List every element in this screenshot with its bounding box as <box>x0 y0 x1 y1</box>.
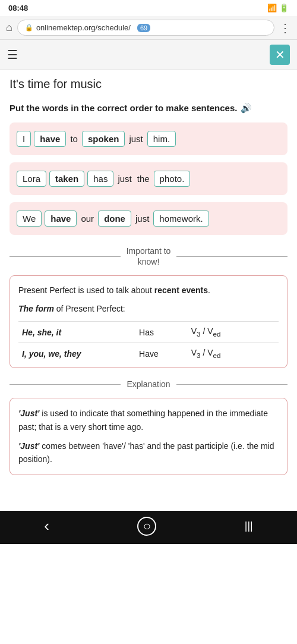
sentence-card-1: I have to spoken just him. <box>10 122 287 155</box>
recents-button[interactable]: ||| <box>245 520 253 532</box>
info-form-label: The form of Present Perfect: <box>18 303 279 315</box>
explanation-text-1: is used to indicate that something happe… <box>18 409 268 431</box>
table-row: I, you, we, they Have V3 / Ved <box>18 343 279 364</box>
explanation-divider: Explanation <box>10 379 287 389</box>
close-button[interactable]: ✕ <box>270 45 290 65</box>
signal-icon: 📶 <box>267 4 277 12</box>
divider-text: Important toknow! <box>127 246 171 267</box>
word-plain: to <box>69 131 79 146</box>
browser-bar: ⌂ 🔒 onlinemektep.org/schedule/ 69 ⋮ <box>0 16 297 40</box>
url-text: onlinemektep.org/schedule/ <box>36 23 131 32</box>
explanation-para-2: 'Just' comes between 'have'/ 'has' and t… <box>18 439 279 466</box>
instruction: Put the words in the correct order to ma… <box>10 102 287 114</box>
url-bar[interactable]: 🔒 onlinemektep.org/schedule/ 69 <box>17 20 274 36</box>
word-plain: our <box>80 211 95 226</box>
explanation-label: Explanation <box>127 379 170 389</box>
main-content: It's time for music Put the words in the… <box>0 70 297 487</box>
word-plain: just <box>128 131 144 146</box>
sentence-card-2: Lora taken has just the photo. <box>10 162 287 195</box>
menu-icon[interactable]: ☰ <box>7 48 18 62</box>
word-plain: the <box>136 171 151 186</box>
word-token[interactable]: I <box>17 131 31 147</box>
explanation-para-1: 'Just' is used to indicate that somethin… <box>18 407 279 433</box>
battery-icon: 🔋 <box>279 4 289 12</box>
word-token[interactable]: taken <box>49 171 84 187</box>
status-icons: 📶 🔋 <box>267 4 289 12</box>
divider-line-right <box>176 256 287 257</box>
word-token[interactable]: homework. <box>153 211 208 227</box>
explanation-text-2: comes between 'have'/ 'has' and the past… <box>18 441 274 464</box>
word-token[interactable]: Lora <box>17 171 46 187</box>
sentence-card-3: We have our done just homework. <box>10 202 287 235</box>
form-cell: V3 / Ved <box>188 322 279 343</box>
subject-cell: He, she, it <box>18 322 135 343</box>
word-plain: just <box>134 211 150 226</box>
word-token[interactable]: photo. <box>154 171 191 187</box>
form-cell: V3 / Ved <box>188 343 279 364</box>
word-token[interactable]: spoken <box>82 131 125 147</box>
divider-line-right <box>176 384 287 385</box>
subject-cell: I, you, we, they <box>18 343 135 364</box>
verb-cell: Has <box>135 322 188 343</box>
just-label-1: 'Just' <box>18 409 39 418</box>
bottom-nav: ‹ ○ ||| <box>0 511 297 544</box>
divider-line-left <box>10 256 121 257</box>
tab-count-badge[interactable]: 69 <box>137 24 150 32</box>
home-icon[interactable]: ⌂ <box>6 21 12 34</box>
home-button[interactable]: ○ <box>137 517 156 536</box>
lock-icon: 🔒 <box>25 24 33 32</box>
word-token[interactable]: has <box>87 171 113 187</box>
word-token[interactable]: We <box>17 211 42 227</box>
status-time: 08:48 <box>8 4 28 12</box>
more-options-icon[interactable]: ⋮ <box>279 21 291 35</box>
grammar-table: He, she, it Has V3 / Ved I, you, we, the… <box>18 321 279 364</box>
info-box: Present Perfect is used to talk about re… <box>10 275 287 368</box>
word-token[interactable]: him. <box>147 131 176 147</box>
important-divider: Important toknow! <box>10 246 287 267</box>
bold-text: recent events <box>154 285 208 295</box>
table-row: He, she, it Has V3 / Ved <box>18 322 279 343</box>
verb-cell: Have <box>135 343 188 364</box>
just-label-2: 'Just' <box>18 441 39 451</box>
word-plain: just <box>116 171 132 186</box>
word-token[interactable]: have <box>34 131 66 147</box>
speaker-icon[interactable]: 🔊 <box>241 102 252 114</box>
divider-line-left <box>10 384 121 385</box>
explanation-box: 'Just' is used to indicate that somethin… <box>10 398 287 475</box>
word-token[interactable]: done <box>98 211 131 227</box>
status-bar: 08:48 📶 🔋 <box>0 0 297 16</box>
word-token[interactable]: have <box>45 211 77 227</box>
info-intro: Present Perfect is used to talk about re… <box>18 284 279 297</box>
toolbar: ☰ ✕ <box>0 40 297 70</box>
back-button[interactable]: ‹ <box>44 517 49 535</box>
form-label: The form <box>18 304 54 313</box>
page-title: It's time for music <box>10 77 287 91</box>
